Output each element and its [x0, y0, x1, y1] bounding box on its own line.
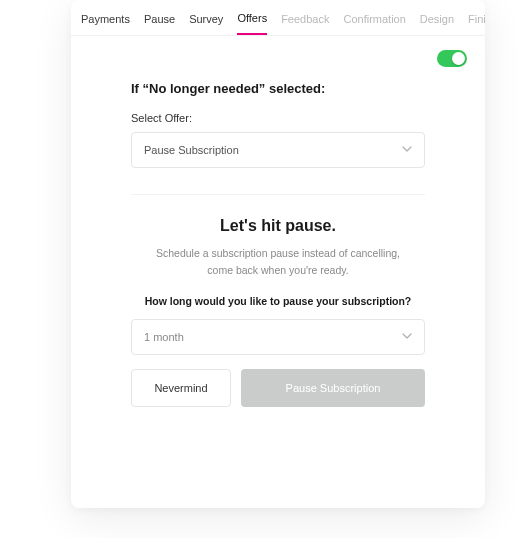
tab-pause[interactable]: Pause: [144, 13, 175, 34]
preview-line2: come back when you're ready.: [207, 264, 348, 276]
offer-preview: Let's hit pause. Schedule a subscription…: [131, 217, 425, 407]
preview-question: How long would you like to pause your su…: [131, 295, 425, 307]
offer-select[interactable]: Pause Subscription: [131, 132, 425, 168]
offer-select-label: Select Offer:: [131, 112, 425, 124]
tab-offers[interactable]: Offers: [237, 12, 267, 35]
duration-select[interactable]: 1 month: [131, 319, 425, 355]
section-divider: [131, 194, 425, 195]
pause-subscription-button[interactable]: Pause Subscription: [241, 369, 425, 407]
tab-confirmation[interactable]: Confirmation: [343, 13, 405, 34]
tab-survey[interactable]: Survey: [189, 13, 223, 34]
duration-select-value: 1 month: [144, 331, 184, 343]
tab-finish[interactable]: Finish: [468, 13, 485, 34]
offer-enabled-toggle[interactable]: [437, 50, 467, 67]
toggle-row: [71, 36, 485, 73]
condition-title: If “No longer needed” selected:: [131, 81, 425, 96]
content-area: If “No longer needed” selected: Select O…: [71, 73, 485, 407]
tab-feedback[interactable]: Feedback: [281, 13, 329, 34]
toggle-knob: [452, 52, 465, 65]
tab-bar: Payments Pause Survey Offers Feedback Co…: [71, 0, 485, 36]
tab-design[interactable]: Design: [420, 13, 454, 34]
nevermind-button[interactable]: Nevermind: [131, 369, 231, 407]
offer-select-value: Pause Subscription: [144, 144, 239, 156]
chevron-down-icon: [402, 144, 412, 156]
chevron-down-icon: [402, 331, 412, 343]
preview-button-row: Nevermind Pause Subscription: [131, 369, 425, 407]
preview-line1: Schedule a subscription pause instead of…: [156, 247, 400, 259]
settings-card: Payments Pause Survey Offers Feedback Co…: [71, 0, 485, 508]
preview-body: Schedule a subscription pause instead of…: [131, 245, 425, 279]
preview-heading: Let's hit pause.: [131, 217, 425, 235]
tab-payments[interactable]: Payments: [81, 13, 130, 34]
